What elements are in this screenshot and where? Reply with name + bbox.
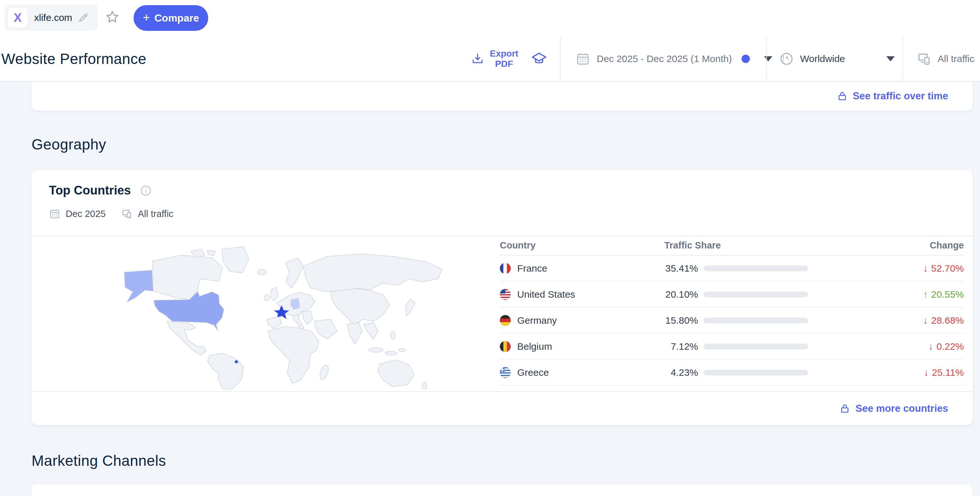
change-value: ↓ 25.11% [808,367,964,378]
change-arrow-icon: ↑ [923,289,928,300]
compare-label: Compare [154,12,199,24]
map-italy [293,315,304,330]
date-range-selector[interactable]: Dec 2025 - Dec 2025 (1 Month) [576,36,772,81]
table-row[interactable]: United States 20.10% ↑ 20.55% [500,282,964,307]
website-selector-row: X xlife.com + Compare [0,0,980,36]
table-row[interactable]: Germany 15.80% ↓ 28.68% [500,307,964,334]
traffic-share-value: 20.10% [664,289,698,300]
export-pdf-button[interactable]: ExportPDF [471,36,547,81]
chevron-down-icon [886,56,895,62]
country-flag-icon [500,315,511,326]
table-row[interactable]: France 35.41% ↓ 52.70% [500,255,964,282]
table-row[interactable]: Greece 4.23% ↓ 25.11% [500,360,964,386]
status-dot [741,55,750,63]
country-flag-icon [500,367,511,378]
page-header-row: Website Performance ExportPDF [0,36,980,81]
card-date-label: Dec 2025 [66,209,105,219]
plus-icon: + [143,11,150,24]
lock-icon [839,403,850,414]
col-header-country: Country [500,240,664,251]
traffic-share-value: 15.80% [664,315,698,326]
map-mexico [167,321,206,355]
country-name: Belgium [517,341,552,352]
card-traffic-label: All traffic [138,209,173,219]
traffic-share-bar [703,370,808,376]
table-header-row: Country Traffic Share Change [500,236,964,255]
compare-button[interactable]: + Compare [134,5,208,31]
geography-section-title: Geography [32,136,106,153]
change-arrow-icon: ↓ [923,315,928,326]
info-icon[interactable] [139,184,152,197]
site-favicon: X [7,7,28,28]
page-title: Website Performance [1,50,146,68]
map-south-america [208,353,243,389]
map-china [331,288,390,325]
traffic-filter-label: All traffic [937,53,974,64]
change-value: ↓ 28.68% [808,315,964,326]
country-flag-icon [500,263,511,274]
traffic-card-bottom: See traffic over time [32,82,973,111]
traffic-share-bar [703,292,808,297]
divider [902,36,903,81]
map-uk [270,287,278,301]
globe-icon [779,51,794,67]
edit-pencil-icon[interactable] [78,12,89,23]
domain-chip[interactable]: X xlife.com [5,5,98,31]
top-bar: X xlife.com + Compare Website Performanc… [0,0,980,82]
country-flag-icon [500,341,511,352]
country-flag-icon [500,289,511,300]
traffic-share-bar [703,344,808,349]
change-value: ↑ 20.55% [808,289,964,300]
map-japan [405,299,415,316]
countries-table: Country Traffic Share Change France 35.4… [500,236,964,386]
divider [560,36,561,81]
map-australia [378,360,414,387]
favorite-star-icon[interactable] [105,10,120,24]
domain-label: xlife.com [34,12,72,23]
geo-filter-label: Worldwide [800,53,873,64]
traffic-share-bar [703,266,808,271]
calendar-icon [576,51,590,66]
download-icon [471,52,485,66]
country-name: Greece [517,367,549,378]
calendar-icon [49,208,60,220]
change-value: ↓ 0.22% [808,341,964,352]
see-traffic-over-time-link[interactable]: See traffic over time [837,90,948,102]
top-countries-title: Top Countries [49,184,131,197]
map-alaska [124,270,153,303]
map-french-guiana [235,360,238,363]
traffic-filter-selector[interactable]: All traffic [916,36,974,81]
date-range-label: Dec 2025 - Dec 2025 (1 Month) [597,53,732,64]
map-russia [303,254,442,295]
map-middle-east [315,319,337,339]
graduation-cap-icon[interactable] [531,51,547,67]
table-row[interactable]: Belgium 7.12% ↓ 0.22% [500,334,964,360]
traffic-share-value: 35.41% [664,263,698,274]
see-more-countries-link[interactable]: See more countries [839,403,948,414]
change-arrow-icon: ↓ [929,341,933,352]
col-header-share: Traffic Share [664,240,893,251]
map-scandinavia [285,258,303,288]
country-name: United States [517,289,575,300]
map-balkans [302,311,313,325]
export-pdf-label: ExportPDF [490,49,519,69]
map-africa [268,326,319,383]
divider [766,36,767,81]
geo-filter-selector[interactable]: Worldwide [779,36,895,81]
devices-icon [120,208,133,220]
map-greenland [222,247,249,273]
change-arrow-icon: ↓ [923,263,928,274]
map-iberia [267,317,282,328]
lock-icon [837,91,848,101]
map-se-asia [363,322,378,339]
devices-icon [916,51,932,67]
change-arrow-icon: ↓ [924,367,929,378]
change-value: ↓ 52.70% [808,263,964,274]
col-header-change: Change [893,240,964,251]
world-map[interactable] [99,242,473,389]
country-name: France [517,263,547,274]
marketing-channels-card [32,484,973,496]
marketing-section-title: Marketing Channels [32,452,166,469]
top-countries-card: Top Countries Dec 2025 [32,170,973,425]
traffic-share-value: 7.12% [664,341,698,352]
